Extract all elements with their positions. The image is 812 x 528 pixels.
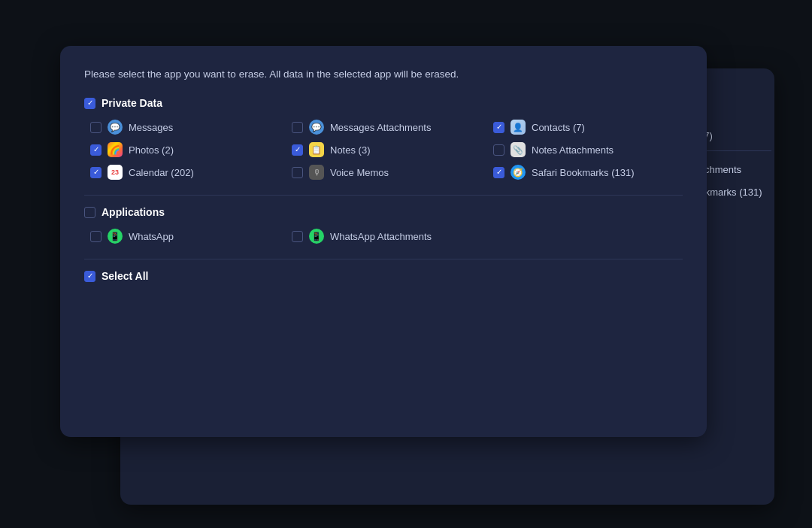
whatsapp-attach-icon: 📱 xyxy=(309,229,324,244)
photos-checkbox[interactable] xyxy=(90,144,102,156)
notes-item: 📋 Notes (3) xyxy=(292,142,481,157)
whatsapp-label: WhatsApp xyxy=(129,231,174,242)
calendar-item: 23 Calendar (202) xyxy=(90,165,280,180)
select-all-checkbox[interactable] xyxy=(84,271,95,282)
contacts-item: 👤 Contacts (7) xyxy=(493,120,683,135)
safari-checkbox[interactable] xyxy=(493,167,504,178)
voice-memos-icon: 🎙 xyxy=(309,165,324,180)
safari-icon-main: 🧭 xyxy=(511,165,526,180)
messages-attach-label: Messages Attachments xyxy=(330,122,431,133)
photos-label: Photos (2) xyxy=(129,144,174,156)
voice-memos-checkbox[interactable] xyxy=(292,167,303,178)
calendar-checkbox[interactable] xyxy=(90,167,102,178)
applications-title: Applications xyxy=(102,206,165,218)
private-data-header: Private Data xyxy=(84,97,683,109)
notes-checkbox[interactable] xyxy=(292,144,303,156)
calendar-label: Calendar (202) xyxy=(129,167,194,178)
safari-label: Safari Bookmarks (131) xyxy=(532,167,635,178)
whatsapp-attach-checkbox[interactable] xyxy=(292,231,303,242)
whatsapp-attach-item: 📱 WhatsApp Attachments xyxy=(292,229,481,244)
contacts-icon-main: 👤 xyxy=(511,120,526,135)
messages-item: 💬 Messages xyxy=(90,120,280,135)
calendar-icon: 23 xyxy=(108,165,123,180)
whatsapp-attach-label: WhatsApp Attachments xyxy=(330,231,432,242)
applications-checkbox[interactable] xyxy=(84,207,95,218)
whatsapp-checkbox[interactable] xyxy=(90,231,102,242)
messages-label: Messages xyxy=(129,122,173,133)
whatsapp-icon: 📱 xyxy=(108,229,123,244)
private-data-title: Private Data xyxy=(102,97,162,109)
notes-attach-item: 📎 Notes Attachments xyxy=(493,142,683,157)
messages-attach-item: 💬 Messages Attachments xyxy=(292,120,481,135)
section-divider xyxy=(84,195,683,196)
messages-attach-icon: 💬 xyxy=(309,120,324,135)
applications-header: Applications xyxy=(84,206,683,218)
whatsapp-item: 📱 WhatsApp xyxy=(90,229,280,244)
messages-checkbox[interactable] xyxy=(90,122,102,133)
applications-grid: 📱 WhatsApp 📱 WhatsApp Attachments xyxy=(84,229,683,244)
notes-attach-label: Notes Attachments xyxy=(532,144,614,156)
page-description: Please select the app you want to erase.… xyxy=(84,67,683,82)
photos-icon: 🌈 xyxy=(108,142,123,157)
notes-label: Notes (3) xyxy=(330,144,370,156)
safari-item: 🧭 Safari Bookmarks (131) xyxy=(493,165,683,180)
contacts-checkbox[interactable] xyxy=(493,122,504,133)
main-card: Please select the app you want to erase.… xyxy=(60,46,707,437)
notes-icon: 📋 xyxy=(309,142,324,157)
contacts-label: Contacts (7) xyxy=(532,122,585,133)
select-all-label: Select All xyxy=(102,270,149,282)
messages-attach-checkbox[interactable] xyxy=(292,122,303,133)
private-data-grid: 💬 Messages 💬 Messages Attachments 👤 Cont… xyxy=(84,120,683,180)
photos-item: 🌈 Photos (2) xyxy=(90,142,280,157)
notes-attach-checkbox[interactable] xyxy=(493,144,504,156)
select-all-row: Select All xyxy=(84,270,683,282)
notes-attach-icon-main: 📎 xyxy=(511,142,526,157)
bottom-divider xyxy=(84,259,683,259)
voice-memos-label: Voice Memos xyxy=(330,167,389,178)
voice-memos-item: 🎙 Voice Memos xyxy=(292,165,481,180)
messages-icon: 💬 xyxy=(108,120,123,135)
private-data-checkbox[interactable] xyxy=(84,98,95,109)
